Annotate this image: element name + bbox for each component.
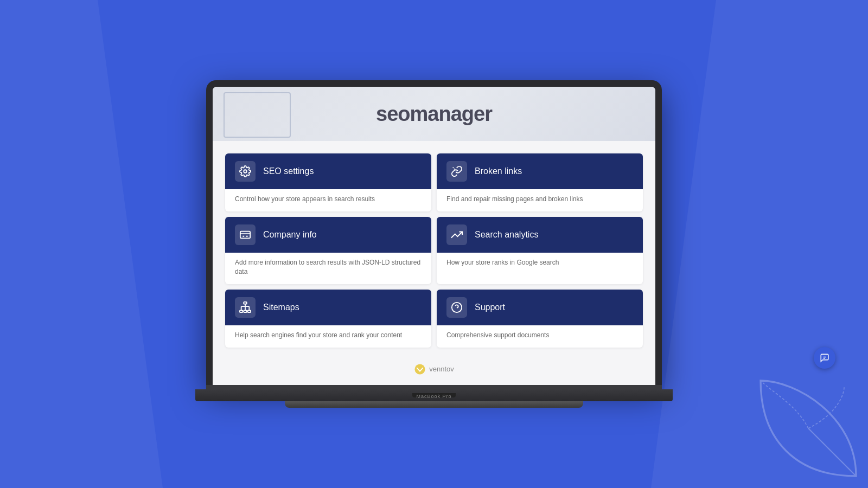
svg-rect-6 [244, 302, 247, 304]
chart-icon [446, 224, 467, 245]
laptop-screen: seomanager SEO settings [213, 87, 655, 384]
broken-link-icon [446, 161, 467, 182]
company-info-title: Company info [263, 230, 317, 240]
search-analytics-title: Search analytics [475, 230, 538, 240]
support-title: Support [475, 303, 505, 312]
menu-card-header-broken-links: Broken links [437, 153, 643, 189]
floating-chat-button[interactable] [814, 347, 835, 369]
gear-icon [235, 161, 256, 182]
laptop-stand [285, 401, 583, 408]
svg-point-0 [244, 170, 247, 174]
app-header: seomanager [213, 87, 655, 141]
svg-rect-8 [244, 310, 247, 312]
menu-card-search-analytics[interactable]: Search analytics How your store ranks in… [437, 217, 643, 284]
broken-links-description: Find and repair missing pages and broken… [437, 189, 643, 211]
svg-rect-2 [240, 232, 250, 239]
broken-links-title: Broken links [475, 166, 522, 176]
menu-card-header-seo: SEO settings [225, 153, 431, 189]
menu-card-broken-links[interactable]: Broken links Find and repair missing pag… [437, 153, 643, 211]
laptop-base: MacBook Pro [195, 389, 673, 401]
laptop-container: seomanager SEO settings [198, 80, 670, 407]
search-analytics-description: How your store ranks in Google search [437, 253, 643, 275]
company-card-icon [235, 224, 256, 245]
chat-icon [820, 353, 829, 363]
menu-card-company-info[interactable]: Company info Add more information to sea… [225, 217, 431, 284]
menu-card-seo-settings[interactable]: SEO settings Control how your store appe… [225, 153, 431, 211]
logo-prefix: seo [376, 102, 410, 125]
company-info-description: Add more information to search results w… [225, 253, 431, 284]
menu-card-header-company: Company info [225, 217, 431, 253]
svg-point-17 [415, 364, 425, 374]
footer-logo-area: venntov [213, 356, 655, 385]
seo-settings-title: SEO settings [263, 166, 314, 176]
support-description: Comprehensive support documents [437, 325, 643, 348]
menu-grid: SEO settings Control how your store appe… [213, 141, 655, 355]
app-logo: seomanager [376, 102, 492, 126]
menu-card-sitemaps[interactable]: Sitemaps Help search engines find your s… [225, 290, 431, 348]
bg-decoration-left [0, 0, 163, 488]
menu-card-header-analytics: Search analytics [437, 217, 643, 253]
sitemaps-description: Help search engines find your store and … [225, 325, 431, 348]
macbook-label: MacBook Pro [416, 394, 451, 399]
question-icon [446, 297, 467, 318]
sitemaps-title: Sitemaps [263, 303, 299, 312]
svg-rect-9 [248, 310, 251, 312]
laptop-screen-frame: seomanager SEO settings [206, 80, 662, 384]
svg-rect-7 [240, 310, 243, 312]
leaf-decoration [749, 369, 868, 488]
sitemap-icon [235, 297, 256, 318]
svg-line-1 [453, 168, 455, 170]
laptop-chin [206, 385, 662, 389]
seo-settings-description: Control how your store appears in search… [225, 189, 431, 211]
venntov-brand-name: venntov [429, 365, 454, 373]
menu-card-header-sitemaps: Sitemaps [225, 290, 431, 325]
menu-card-support[interactable]: Support Comprehensive support documents [437, 290, 643, 348]
logo-suffix: manager [410, 102, 492, 125]
venntov-logo-icon [414, 363, 426, 375]
menu-card-header-support: Support [437, 290, 643, 325]
